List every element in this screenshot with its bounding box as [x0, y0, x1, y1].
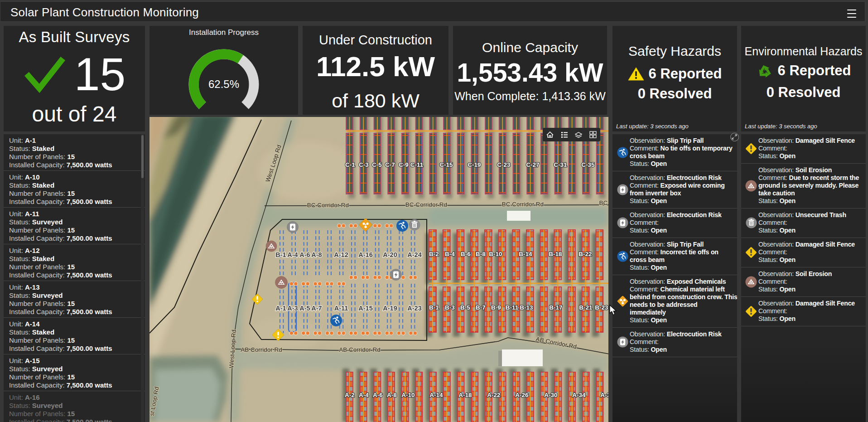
svg-text:B-1: B-1 — [429, 304, 439, 311]
svg-text:A-7: A-7 — [311, 305, 322, 312]
svg-text:A-8: A-8 — [311, 251, 322, 258]
svg-text:BC Corridor Rd: BC Corridor Rd — [307, 202, 349, 209]
svg-text:C-15: C-15 — [439, 161, 453, 168]
svg-text:A-12: A-12 — [334, 251, 348, 258]
svg-text:B-22: B-22 — [579, 251, 592, 257]
svg-text:A-6: A-6 — [299, 251, 310, 258]
svg-text:A-34: A-34 — [572, 392, 586, 398]
svg-text:B-9: B-9 — [491, 304, 501, 311]
svg-text:B-14: B-14 — [519, 251, 532, 257]
svg-text:C-1: C-1 — [345, 161, 355, 168]
svg-text:B-3: B-3 — [445, 304, 455, 311]
svg-text:C-5: C-5 — [372, 161, 382, 168]
svg-text:C-35: C-35 — [581, 161, 595, 168]
svg-text:B-5: B-5 — [460, 304, 470, 311]
svg-text:A-15: A-15 — [358, 305, 372, 312]
svg-text:A-4: A-4 — [287, 251, 298, 258]
svg-text:B-8: B-8 — [476, 251, 486, 257]
svg-text:A-38: A-38 — [600, 392, 608, 398]
svg-text:B-7: B-7 — [476, 304, 486, 311]
svg-text:B-4: B-4 — [445, 251, 455, 257]
svg-text:A-26: A-26 — [515, 392, 529, 398]
svg-text:B-10: B-10 — [489, 251, 502, 257]
svg-text:B-13: B-13 — [520, 304, 533, 311]
svg-text:B-18: B-18 — [549, 251, 562, 257]
svg-text:C-23: C-23 — [497, 161, 511, 168]
svg-text:BC Corridor Rd: BC Corridor Rd — [405, 201, 447, 208]
svg-text:A-20: A-20 — [383, 251, 397, 258]
svg-text:A-23: A-23 — [407, 305, 421, 312]
svg-text:C-31: C-31 — [554, 161, 567, 168]
svg-text:A-3: A-3 — [287, 305, 298, 312]
svg-text:AB Corridor Rd: AB Corridor Rd — [241, 346, 282, 353]
svg-text:B-17: B-17 — [549, 304, 562, 311]
svg-text:B-11: B-11 — [506, 304, 519, 311]
svg-text:A-18: A-18 — [458, 392, 472, 398]
svg-text:B-6: B-6 — [461, 251, 471, 257]
svg-text:BC: BC — [599, 199, 608, 206]
svg-text:A-30: A-30 — [544, 392, 557, 398]
svg-text:A-16: A-16 — [358, 251, 372, 258]
svg-text:C-9: C-9 — [399, 161, 409, 168]
svg-text:A-10: A-10 — [401, 392, 415, 398]
svg-text:A-11: A-11 — [334, 305, 348, 312]
svg-text:C-3: C-3 — [359, 161, 369, 168]
svg-text:B-21: B-21 — [579, 304, 593, 311]
svg-text:B-2: B-2 — [429, 251, 439, 257]
svg-text:AB Corridor Rd: AB Corridor Rd — [339, 346, 381, 353]
svg-text:C-19: C-19 — [468, 161, 481, 168]
svg-text:A-14: A-14 — [429, 392, 443, 398]
svg-text:C-11: C-11 — [410, 161, 424, 168]
svg-text:A-19: A-19 — [383, 305, 397, 312]
svg-text:A-4: A-4 — [359, 392, 369, 398]
svg-text:A-6: A-6 — [373, 392, 383, 398]
svg-text:62.5%: 62.5% — [208, 78, 239, 90]
svg-text:A-24: A-24 — [407, 251, 421, 258]
svg-text:C-7: C-7 — [385, 161, 395, 168]
svg-text:A-5: A-5 — [299, 305, 310, 312]
svg-text:BC Corridor Rd: BC Corridor Rd — [502, 201, 544, 208]
svg-text:B-1: B-1 — [275, 251, 286, 258]
svg-text:A-2: A-2 — [345, 392, 355, 398]
svg-text:A-8: A-8 — [387, 392, 397, 398]
svg-text:A-1: A-1 — [275, 305, 286, 312]
svg-text:C-27: C-27 — [526, 161, 539, 168]
svg-text:B-23: B-23 — [595, 304, 608, 311]
svg-text:A-22: A-22 — [487, 392, 500, 398]
